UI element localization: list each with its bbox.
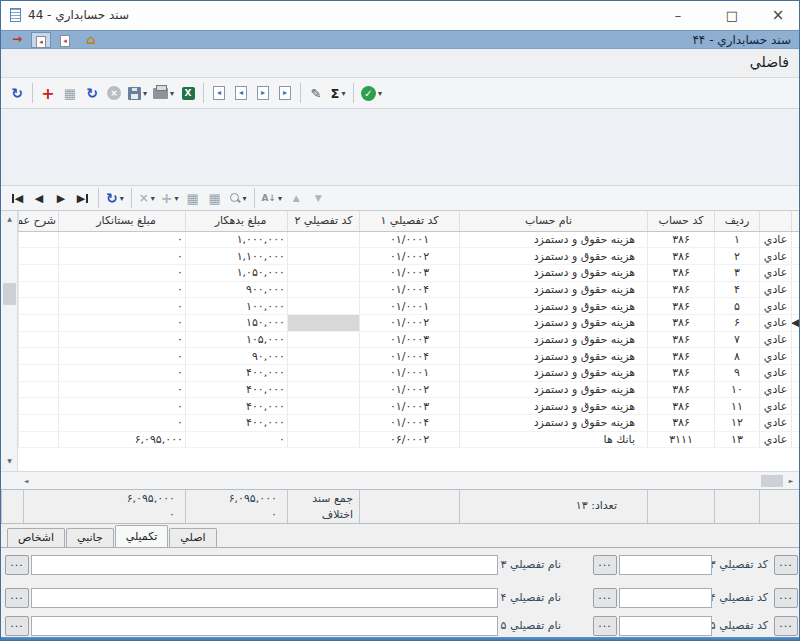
cell-radif[interactable]: ۹ (715, 365, 760, 382)
cancel-button[interactable]: × (104, 82, 124, 104)
approve-button[interactable]: ✓▾ (359, 82, 384, 104)
cell-account_code[interactable]: ۳۸۶ (648, 348, 715, 365)
cell-debit[interactable]: ۱,۰۵۰,۰۰۰ (186, 264, 288, 281)
cell-account_code[interactable]: ۳۸۶ (648, 415, 715, 432)
table-row[interactable]: عادي۹۳۸۶هزينه حقوق و دستمزد۰۱/۰۰۰۱۴۰۰,۰۰… (19, 365, 800, 382)
move-up-button[interactable]: ▲ (286, 189, 306, 208)
cell-indicator[interactable] (792, 248, 800, 265)
cell-debit[interactable]: ۴۰۰,۰۰۰ (186, 365, 288, 382)
cell-detail2[interactable] (288, 365, 360, 382)
cell-credit[interactable]: ۶,۰۹۵,۰۰۰ (59, 431, 186, 448)
cell-type[interactable]: عادي (760, 331, 792, 348)
cell-type[interactable]: عادي (760, 298, 792, 315)
tab-main[interactable]: اصلي (169, 528, 216, 547)
cell-debit[interactable]: ۱۰۵,۰۰۰ (186, 331, 288, 348)
cell-credit[interactable]: ۰ (59, 314, 186, 331)
col-account-code[interactable]: کد حساب (648, 211, 715, 231)
cell-indicator[interactable] (792, 231, 800, 248)
cell-detail2[interactable] (288, 331, 360, 348)
cell-debit[interactable]: ۴۰۰,۰۰۰ (186, 398, 288, 415)
scroll-left-icon[interactable]: ◄ (18, 473, 34, 489)
cell-account_name[interactable]: هزينه حقوق و دستمزد (460, 331, 648, 348)
sum-button[interactable]: Σ▾ (328, 82, 348, 104)
print-button[interactable]: ▾ (151, 82, 176, 104)
cell-account_code[interactable]: ۳۸۶ (648, 298, 715, 315)
cell-radif[interactable]: ۱۲ (715, 415, 760, 432)
cell-radif[interactable]: ۱ (715, 231, 760, 248)
vertical-scrollbar[interactable]: ▲ ▼ (1, 211, 18, 471)
cell-account_name[interactable]: هزينه حقوق و دستمزد (460, 398, 648, 415)
cell-account_name[interactable]: هزينه حقوق و دستمزد (460, 381, 648, 398)
cell-detail1[interactable]: ۰۱/۰۰۰۳ (360, 264, 460, 281)
col-indicator[interactable] (792, 211, 800, 231)
browse-button[interactable]: ... (593, 588, 617, 608)
grid-view-button[interactable]: ▦ (183, 189, 203, 208)
cell-detail2[interactable] (288, 231, 360, 248)
search-rows-button[interactable]: ▾ (227, 189, 249, 208)
delete-row-button[interactable]: ×▾ (137, 189, 157, 208)
cell-desc[interactable] (19, 348, 59, 365)
col-detail2[interactable]: کد تفصيلي ۲ (288, 211, 360, 231)
table-row[interactable]: عادي۷۳۸۶هزينه حقوق و دستمزد۰۱/۰۰۰۳۱۰۵,۰۰… (19, 331, 800, 348)
cell-credit[interactable]: ۰ (59, 348, 186, 365)
cell-indicator[interactable] (792, 331, 800, 348)
cell-radif[interactable]: ۷ (715, 331, 760, 348)
cell-desc[interactable] (19, 281, 59, 298)
cell-type[interactable]: عادي (760, 348, 792, 365)
cell-detail2[interactable] (288, 415, 360, 432)
add-row-button[interactable]: +▾ (159, 189, 181, 208)
col-credit[interactable]: مبلغ بستانکار (59, 211, 186, 231)
browse-button[interactable]: ... (5, 555, 29, 575)
cell-detail1[interactable]: ۰۱/۰۰۰۲ (360, 248, 460, 265)
cell-account_code[interactable]: ۳۸۶ (648, 281, 715, 298)
scroll-down-icon[interactable]: ▼ (1, 453, 18, 469)
cell-indicator[interactable] (792, 281, 800, 298)
cell-detail1[interactable]: ۰۱/۰۰۰۴ (360, 348, 460, 365)
cell-type[interactable]: عادي (760, 365, 792, 382)
cell-indicator[interactable] (792, 365, 800, 382)
tab-supplementary[interactable]: تکميلي (115, 525, 169, 547)
cell-debit[interactable]: ۴۰۰,۰۰۰ (186, 415, 288, 432)
cell-account_name[interactable]: هزينه حقوق و دستمزد (460, 264, 648, 281)
cell-detail2[interactable] (288, 381, 360, 398)
cell-desc[interactable] (19, 415, 59, 432)
reload-button[interactable]: ↻ (82, 82, 102, 104)
cell-detail2[interactable] (288, 298, 360, 315)
last-document-button[interactable]: ▸ (275, 82, 295, 104)
add-button[interactable]: + (38, 82, 58, 104)
cell-debit[interactable]: ۱,۰۰۰,۰۰۰ (186, 231, 288, 248)
table-row[interactable]: عادي۵۳۸۶هزينه حقوق و دستمزد۰۱/۰۰۰۱۱۰۰,۰۰… (19, 298, 800, 315)
cell-desc[interactable] (19, 248, 59, 265)
cell-account_name[interactable]: هزينه حقوق و دستمزد (460, 298, 648, 315)
tab-persons[interactable]: اشخاص (7, 528, 65, 547)
cell-debit[interactable]: ۹۰,۰۰۰ (186, 348, 288, 365)
table-row[interactable]: ◀عادي۶۳۸۶هزينه حقوق و دستمزد۰۱/۰۰۰۲۱۵۰,۰… (19, 314, 800, 331)
cell-account_code[interactable]: ۳۱۱۱ (648, 431, 715, 448)
cell-radif[interactable]: ۸ (715, 348, 760, 365)
col-type[interactable] (760, 211, 792, 231)
detail5-name-input[interactable] (31, 616, 498, 636)
col-account-name[interactable]: نام حساب (460, 211, 648, 231)
refresh-grid-button[interactable]: ↻▾ (104, 189, 126, 208)
table-row[interactable]: عادي۱۱۳۸۶هزينه حقوق و دستمزد۰۱/۰۰۰۳۴۰۰,۰… (19, 398, 800, 415)
detail5-code-input[interactable] (619, 616, 712, 636)
cell-radif[interactable]: ۴ (715, 281, 760, 298)
cell-credit[interactable]: ۰ (59, 248, 186, 265)
cell-detail1[interactable]: ۰۱/۰۰۰۴ (360, 281, 460, 298)
cell-detail1[interactable]: ۰۱/۰۰۰۱ (360, 365, 460, 382)
cell-credit[interactable]: ۰ (59, 365, 186, 382)
cell-type[interactable]: عادي (760, 264, 792, 281)
cell-account_code[interactable]: ۳۸۶ (648, 381, 715, 398)
cell-debit[interactable]: ۰ (186, 431, 288, 448)
vertical-scroll-thumb[interactable] (3, 283, 16, 305)
grid-copy-button[interactable]: ▦ (205, 189, 225, 208)
cell-credit[interactable]: ۰ (59, 281, 186, 298)
col-operation-desc[interactable]: شرح عمليات (19, 211, 59, 231)
browse-button[interactable]: ... (774, 616, 798, 636)
cell-account_code[interactable]: ۳۸۶ (648, 365, 715, 382)
col-row-number[interactable]: رديف (715, 211, 760, 231)
cell-account_name[interactable]: هزينه حقوق و دستمزد (460, 365, 648, 382)
cell-indicator[interactable] (792, 264, 800, 281)
exit-button[interactable]: → (7, 32, 27, 48)
table-row[interactable]: عادي۱۰۳۸۶هزينه حقوق و دستمزد۰۱/۰۰۰۲۴۰۰,۰… (19, 381, 800, 398)
